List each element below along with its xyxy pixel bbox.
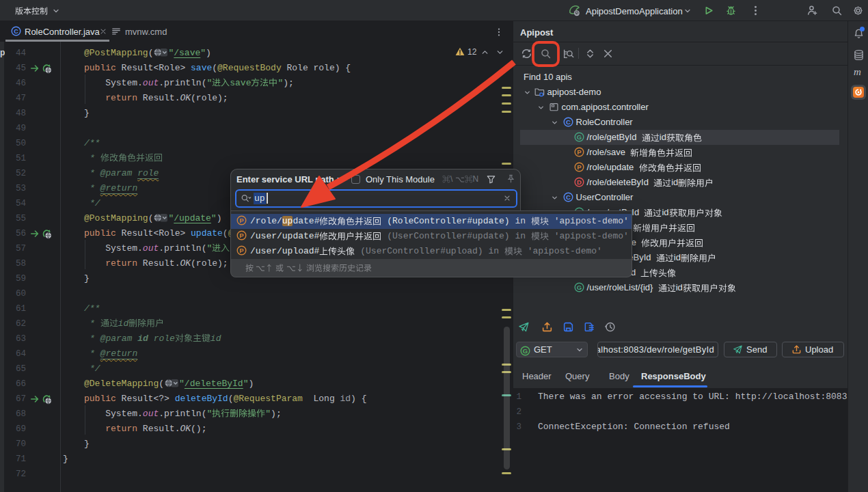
svg-text:P: P — [239, 217, 244, 224]
svg-text:P: P — [239, 247, 244, 254]
svg-text:C: C — [566, 193, 571, 201]
svg-text:G: G — [577, 284, 582, 291]
svg-text:G: G — [577, 133, 582, 141]
svg-text:D: D — [577, 178, 582, 186]
svg-text:P: P — [577, 163, 582, 171]
svg-text:P: P — [577, 148, 582, 156]
svg-text:P: P — [239, 232, 244, 239]
svg-text:G: G — [523, 347, 528, 355]
svg-text:C: C — [14, 28, 18, 35]
svg-text:C: C — [566, 118, 571, 126]
